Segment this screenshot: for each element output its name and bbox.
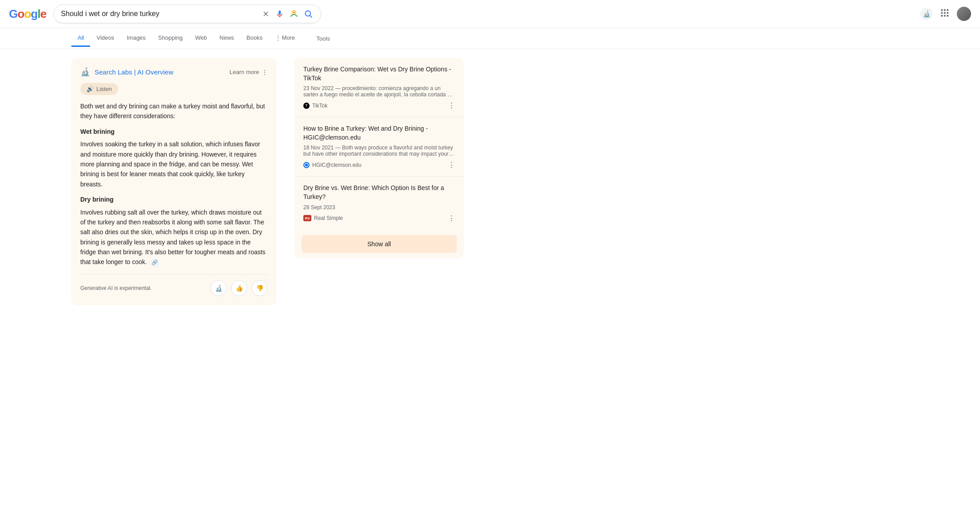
svg-rect-13 (944, 15, 946, 17)
svg-rect-9 (941, 12, 943, 14)
source-date-1: 23 Nov 2022 — procedimiento: comienza ag… (303, 85, 455, 98)
svg-rect-14 (947, 15, 949, 17)
source-item-tiktok: Turkey Brine Comparison: Wet vs Dry Brin… (294, 58, 464, 117)
ai-overview-header: 🔬 Search Labs | AI Overview Learn more ⋮ (80, 67, 268, 77)
source-meta-2: HGIC@clemson.edu ⋮ (303, 161, 455, 169)
ai-feedback-buttons: 🔬 👍 👎 (211, 280, 268, 296)
source-item-clemson: How to Brine a Turkey: Wet and Dry Brini… (294, 117, 464, 177)
source-date-2: 18 Nov 2021 — Both ways produce a flavor… (303, 145, 455, 157)
svg-line-5 (310, 16, 312, 18)
svg-rect-11 (947, 12, 949, 14)
svg-rect-6 (941, 9, 943, 11)
source-title-2: How to Brine a Turkey: Wet and Dry Brini… (303, 124, 455, 142)
left-column: 🔬 Search Labs | AI Overview Learn more ⋮… (71, 58, 277, 314)
right-column: Turkey Brine Comparison: Wet vs Dry Brin… (294, 58, 464, 314)
avatar-image (957, 7, 971, 21)
nav-item-shopping[interactable]: Shopping (152, 30, 189, 47)
realsimple-favicon: RS (303, 215, 311, 221)
svg-rect-12 (941, 15, 943, 17)
svg-point-15 (305, 163, 308, 167)
dry-brining-body: Involves rubbing salt all over the turke… (80, 207, 268, 267)
learn-more-button[interactable]: Learn more ⋮ (230, 69, 268, 75)
nav-item-news[interactable]: News (213, 30, 240, 47)
show-all-button[interactable]: Show all (302, 235, 457, 253)
ai-overview-footer: Generative AI is experimental. 🔬 👍 👎 (80, 274, 268, 296)
ai-intro-text: Both wet and dry brining can make a turk… (80, 101, 268, 121)
main-content: 🔬 Search Labs | AI Overview Learn more ⋮… (0, 49, 535, 323)
source-more-button-1[interactable]: ⋮ (448, 101, 455, 110)
search-input[interactable] (61, 10, 257, 18)
labs-icon[interactable]: 🔬 (920, 8, 933, 20)
source-meta-3: RS Real Simple ⋮ (303, 214, 455, 223)
listen-button[interactable]: 🔊 Listen (80, 83, 118, 95)
ai-disclaimer-text: Generative AI is experimental. (80, 285, 152, 291)
search-labs-icon: 🔬 (80, 67, 90, 77)
voice-search-button[interactable] (274, 8, 285, 19)
lens-button[interactable] (289, 8, 299, 19)
thumbs-up-button[interactable]: 👍 (231, 280, 247, 296)
svg-rect-10 (944, 12, 946, 14)
learn-more-dots-icon: ⋮ (262, 69, 268, 75)
nav-item-images[interactable]: Images (120, 30, 152, 47)
dry-brining-title: Dry brining (80, 194, 268, 204)
source-date-3: 28 Sept 2023 (303, 204, 455, 211)
ai-overview-title: Search Labs | AI Overview (95, 68, 174, 76)
svg-rect-8 (947, 9, 949, 11)
nav-item-books[interactable]: Books (240, 30, 269, 47)
svg-point-3 (293, 12, 294, 13)
more-dots-icon: ⋮ (275, 34, 281, 41)
source-meta-1: T TikTok ⋮ (303, 101, 455, 110)
nav-item-web[interactable]: Web (189, 30, 214, 47)
thumbs-down-button[interactable]: 👎 (252, 280, 268, 296)
google-logo[interactable]: Google (9, 7, 46, 21)
wet-brining-title: Wet brining (80, 127, 268, 136)
nav-item-more[interactable]: ⋮ More (269, 30, 302, 47)
avatar[interactable] (957, 7, 971, 21)
source-more-button-3[interactable]: ⋮ (448, 214, 455, 223)
svg-point-4 (305, 11, 310, 16)
source-more-button-2[interactable]: ⋮ (448, 161, 455, 169)
clear-button[interactable] (261, 9, 271, 19)
nav-bar: All Videos Images Shopping Web News Book… (0, 28, 980, 49)
feedback-labs-button[interactable]: 🔬 (211, 280, 227, 296)
source-cards-panel: Turkey Brine Comparison: Wet vs Dry Brin… (294, 58, 464, 258)
svg-rect-7 (944, 9, 946, 11)
header: Google 🔬 (0, 0, 980, 28)
hgic-favicon (303, 162, 310, 168)
header-right: 🔬 (920, 7, 971, 21)
nav-item-all[interactable]: All (71, 30, 90, 47)
wet-brining-body: Involves soaking the turkey in a salt so… (80, 139, 268, 189)
source-title-3: Dry Brine vs. Wet Brine: Which Option Is… (303, 184, 455, 201)
nav-item-videos[interactable]: Videos (90, 30, 120, 47)
apps-grid-button[interactable] (940, 8, 950, 20)
source-item-realsimple: Dry Brine vs. Wet Brine: Which Option Is… (294, 177, 464, 229)
speaker-icon: 🔊 (87, 86, 94, 92)
ai-overview-panel: 🔬 Search Labs | AI Overview Learn more ⋮… (71, 58, 277, 305)
source-title-1: Turkey Brine Comparison: Wet vs Dry Brin… (303, 65, 455, 83)
citation-link[interactable]: 🔗 (150, 258, 159, 267)
search-submit-button[interactable] (303, 8, 314, 19)
tiktok-favicon: T (303, 103, 310, 109)
ai-overview-content: Both wet and dry brining can make a turk… (80, 101, 268, 267)
search-bar (54, 4, 321, 23)
nav-tools-button[interactable]: Tools (310, 31, 336, 46)
